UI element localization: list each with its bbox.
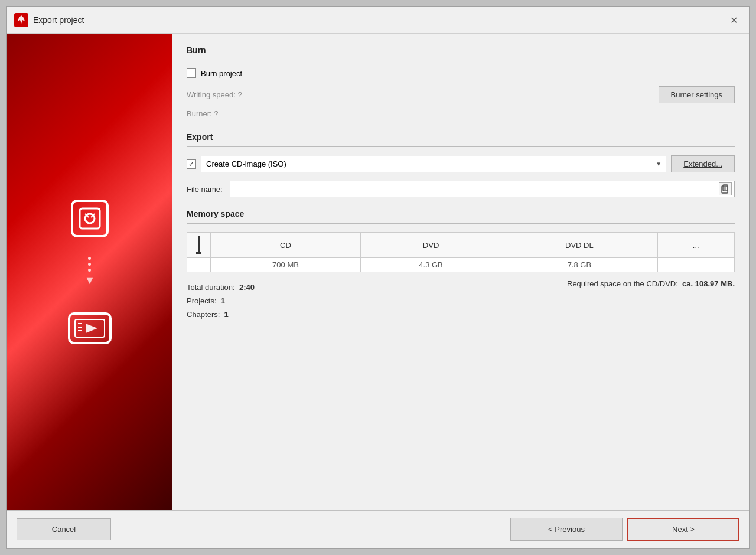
sidebar-arrow-icon: ▼ [84,275,95,287]
memory-section-title: Memory space [187,209,735,218]
content-area: ▼ Burn Burn [7,34,749,510]
writing-speed-row: Writing speed: ? Burner settings [187,86,735,103]
total-duration-value: 2:40 [239,283,255,292]
format-dropdown[interactable]: Create CD-image (ISO) Create DVD-image (… [201,156,666,172]
projects-label: Projects: [187,296,217,305]
required-space-value: ca. 108.97 MB. [682,279,735,288]
svg-marker-8 [86,324,97,333]
chapters-item: Chapters: 1 [187,310,255,319]
sidebar-top-icon [63,192,116,245]
chapters-label: Chapters: [187,310,220,319]
more-capacity-cell [657,258,734,272]
memory-table: CD DVD DVD DL ... 700 MB 4.3 GB 7.8 GB [187,232,735,272]
stats-left: Total duration: 2:40 Projects: 1 Chapter… [187,283,255,319]
export-section-title: Export [187,132,735,142]
burner-row: Burner: ? [187,109,735,118]
burner-label: Burner: ? [187,109,218,118]
file-name-label: File name: [187,185,223,194]
writing-speed-label: Writing speed: ? [187,90,242,99]
burner-settings-button[interactable]: Burner settings [659,86,735,103]
projects-value: 1 [221,296,225,305]
memory-divider [187,223,735,224]
export-divider [187,146,735,147]
capacity-bar-indicator [198,236,200,254]
cd-column-header: CD [211,233,361,258]
extended-button[interactable]: Extended... [671,155,735,172]
sidebar-connector: ▼ [84,257,95,287]
chapters-value: 1 [224,310,229,319]
title-bar: Export project ✕ [7,7,749,34]
svg-rect-2 [80,208,100,228]
export-section: Export ✓ Create CD-image (ISO) Create DV… [187,132,735,197]
file-browse-icon[interactable] [719,182,732,195]
sidebar-illustration: ▼ [7,34,172,510]
stats-area: Total duration: 2:40 Projects: 1 Chapter… [187,277,735,319]
total-duration-label: Total duration: [187,283,235,292]
dvd-column-header: DVD [360,233,501,258]
dvd-dl-column-header: DVD DL [501,233,657,258]
sidebar-bottom-icon [63,299,116,352]
more-column-header: ... [657,233,734,258]
next-button[interactable]: Next > [627,518,739,541]
projects-item: Projects: 1 [187,296,255,305]
export-format-checkbox[interactable]: ✓ [187,159,196,169]
footer: Cancel < Previous Next > [7,510,749,548]
export-format-row: ✓ Create CD-image (ISO) Create DVD-image… [187,155,735,172]
filename-input-wrapper [230,181,735,197]
capacity-bar-header [187,233,211,258]
burn-divider [187,60,735,60]
cd-capacity-cell: 700 MB [211,258,361,272]
previous-button[interactable]: < Previous [510,518,623,541]
window-title: Export project [33,15,84,25]
burn-project-row: Burn project [187,68,735,78]
browse-icon-svg [721,184,729,194]
capacity-bar-cell [187,258,211,272]
sidebar: ▼ [7,34,172,510]
filename-input[interactable] [233,185,719,194]
app-icon [14,13,28,27]
nav-buttons: < Previous Next > [510,518,739,541]
main-panel: Burn Burn project Writing speed: ? Burne… [172,34,749,510]
export-project-dialog: Export project ✕ ▼ [6,6,750,549]
svg-rect-1 [72,201,107,236]
required-space-item: Required space on the CD/DVD: ca. 108.97… [567,277,735,288]
cancel-button[interactable]: Cancel [17,518,111,540]
filename-row: File name: [187,181,735,197]
burn-section-title: Burn [187,45,735,55]
close-button[interactable]: ✕ [725,12,742,28]
dvd-dl-capacity-cell: 7.8 GB [501,258,657,272]
burn-project-checkbox[interactable] [187,68,196,78]
required-space-label: Required space on the CD/DVD: [567,279,678,288]
memory-section: Memory space CD DVD DVD DL ... [187,209,735,319]
title-bar-left: Export project [14,13,84,27]
format-dropdown-wrapper: Create CD-image (ISO) Create DVD-image (… [201,156,666,172]
total-duration-item: Total duration: 2:40 [187,283,255,292]
dvd-capacity-cell: 4.3 GB [360,258,501,272]
burn-project-label: Burn project [201,69,242,78]
burn-section: Burn Burn project Writing speed: ? Burne… [187,45,735,118]
